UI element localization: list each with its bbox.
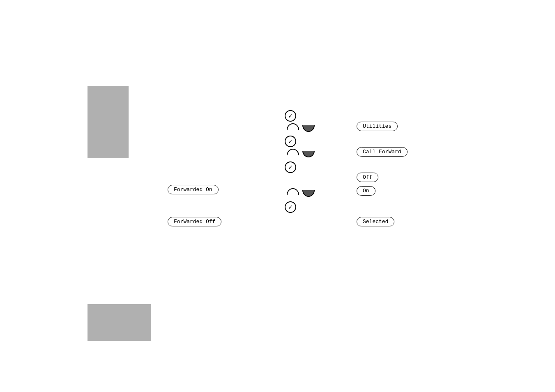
arc-down-1 [302,125,315,132]
forwarded-on-pill[interactable]: Forwarded On [168,185,219,194]
check-circle-2: ✓ [285,136,296,147]
utilities-pill[interactable]: Utilities [357,122,398,131]
arc-down-3 [302,190,315,197]
arc-up-1 [287,123,299,130]
check-circle-1: ✓ [285,110,296,122]
on-pill[interactable]: On [357,186,375,196]
arc-down-2 [302,151,315,157]
arc-up-3 [287,188,299,195]
selected-pill[interactable]: Selected [357,217,394,226]
check-circle-4: ✓ [285,201,296,213]
arc-up-2 [287,149,299,155]
gray-rectangle-top [88,86,129,158]
call-forward-pill[interactable]: Call ForWard [357,147,408,157]
gray-rectangle-bottom [88,304,151,341]
check-circle-3: ✓ [285,161,296,173]
off-pill[interactable]: Off [357,173,378,182]
forwarded-off-pill[interactable]: ForWarded Off [168,217,221,226]
